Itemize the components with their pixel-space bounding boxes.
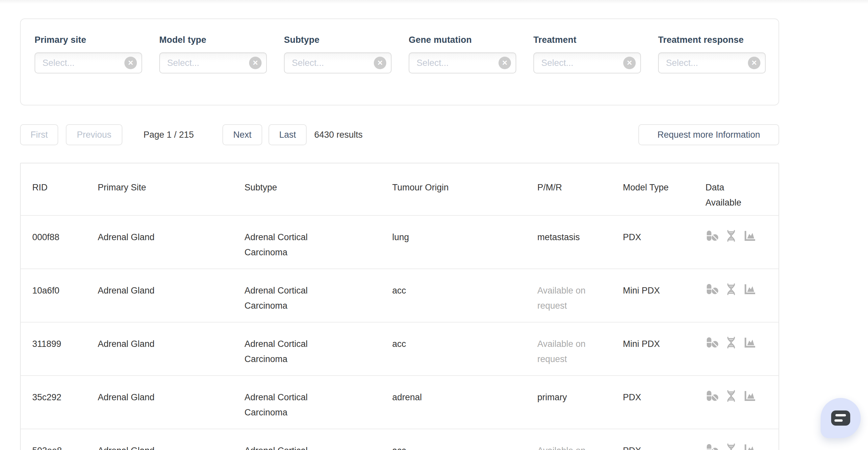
pmr-cell: Available on request <box>526 269 611 322</box>
dna-icon[interactable] <box>725 283 737 300</box>
subtype-cell: Adrenal Cortical Carcinoma <box>233 269 381 322</box>
primary-site-cell: Adrenal Gland <box>86 269 233 322</box>
page-status: Page 1 / 215 <box>144 124 194 145</box>
subtype-cell: Adrenal Cortical Carcinoma <box>233 429 381 450</box>
model-type-cell: Mini PDX <box>611 269 694 322</box>
table-row[interactable]: 503ee8 Adrenal Gland Adrenal Cortical Ca… <box>21 429 778 450</box>
table-row[interactable]: 10a6f0 Adrenal Gland Adrenal Cortical Ca… <box>21 269 778 322</box>
pills-icon[interactable] <box>706 443 719 450</box>
pmr-cell: primary <box>526 376 611 429</box>
chart-area-icon[interactable] <box>743 336 756 354</box>
table-row[interactable]: 311899 Adrenal Gland Adrenal Cortical Ca… <box>21 322 778 376</box>
clear-treatment-button[interactable]: ✕ <box>623 57 636 69</box>
treatment-response-select[interactable]: Select... ✕ <box>658 52 766 74</box>
clear-subtype-button[interactable]: ✕ <box>374 57 386 69</box>
chart-area-icon[interactable] <box>743 443 756 450</box>
column-header-data-available: Data Available <box>694 163 778 216</box>
treatment-select[interactable]: Select... ✕ <box>533 52 641 74</box>
select-placeholder: Select... <box>167 58 199 68</box>
filter-label-primary-site: Primary site <box>35 35 142 45</box>
table-row[interactable]: 000f88 Adrenal Gland Adrenal Cortical Ca… <box>21 216 778 269</box>
rid-cell: 10a6f0 <box>21 269 86 322</box>
model-type-cell: PDX <box>611 376 694 429</box>
select-placeholder: Select... <box>541 58 574 68</box>
rid-cell: 35c292 <box>21 376 86 429</box>
chart-area-icon[interactable] <box>743 230 756 247</box>
primary-site-cell: Adrenal Gland <box>86 216 233 269</box>
filter-treatment: Treatment Select... ✕ <box>533 19 641 74</box>
tumour-origin-cell: adrenal <box>381 376 526 429</box>
filter-treatment-response: Treatment response Select... ✕ <box>658 19 766 74</box>
chart-area-icon[interactable] <box>743 390 756 407</box>
column-header-model-type: Model Type <box>611 163 694 216</box>
rid-cell: 503ee8 <box>21 429 86 450</box>
pmr-cell: Available on request <box>526 322 611 376</box>
filter-label-model-type: Model type <box>159 35 267 45</box>
subtype-cell: Adrenal Cortical Carcinoma <box>233 376 381 429</box>
primary-site-cell: Adrenal Gland <box>86 429 233 450</box>
table-row[interactable]: 35c292 Adrenal Gland Adrenal Cortical Ca… <box>21 376 778 429</box>
dna-icon[interactable] <box>725 336 737 354</box>
model-type-cell: Mini PDX <box>611 322 694 376</box>
chat-launcher-button[interactable] <box>820 398 861 438</box>
filter-label-treatment: Treatment <box>533 35 641 45</box>
column-header-subtype: Subtype <box>233 163 381 216</box>
tumour-origin-cell: lung <box>381 216 526 269</box>
filter-panel: Primary site Select... ✕ Model type Sele… <box>20 19 779 106</box>
last-page-button[interactable]: Last <box>269 124 307 145</box>
column-header-pmr: P/M/R <box>526 163 611 216</box>
tumour-origin-cell: acc <box>381 322 526 376</box>
model-type-cell: PDX <box>611 216 694 269</box>
column-header-rid: RID <box>21 163 86 216</box>
dna-icon[interactable] <box>725 443 737 450</box>
subtype-cell: Adrenal Cortical Carcinoma <box>233 216 381 269</box>
pills-icon[interactable] <box>706 336 719 354</box>
filter-gene-mutation: Gene mutation Select... ✕ <box>409 19 516 74</box>
model-type-cell: PDX <box>611 429 694 450</box>
data-available-cell <box>694 429 778 450</box>
request-more-information-button[interactable]: Request more Information <box>638 124 779 145</box>
select-placeholder: Select... <box>42 58 75 68</box>
rid-cell: 000f88 <box>21 216 86 269</box>
dna-icon[interactable] <box>725 390 737 407</box>
select-placeholder: Select... <box>292 58 324 68</box>
rid-cell: 311899 <box>21 322 86 376</box>
select-placeholder: Select... <box>416 58 449 68</box>
data-available-cell <box>694 269 778 322</box>
tumour-origin-cell: acc <box>381 429 526 450</box>
first-page-button[interactable]: First <box>20 124 58 145</box>
primary-site-select[interactable]: Select... ✕ <box>35 52 142 74</box>
column-header-primary-site: Primary Site <box>86 163 233 216</box>
dna-icon[interactable] <box>725 230 737 247</box>
clear-model-type-button[interactable]: ✕ <box>249 57 261 69</box>
gene-mutation-select[interactable]: Select... ✕ <box>409 52 516 74</box>
pills-icon[interactable] <box>706 283 719 300</box>
chart-area-icon[interactable] <box>743 283 756 300</box>
table-header-row: RID Primary Site Subtype Tumour Origin P… <box>21 163 778 216</box>
clear-gene-mutation-button[interactable]: ✕ <box>498 57 511 69</box>
pagination-toolbar: First Previous Page 1 / 215 Next Last 64… <box>20 124 779 145</box>
filter-model-type: Model type Select... ✕ <box>159 19 267 74</box>
primary-site-cell: Adrenal Gland <box>86 376 233 429</box>
results-count: 6430 results <box>314 124 363 145</box>
model-type-select[interactable]: Select... ✕ <box>159 52 267 74</box>
previous-page-button[interactable]: Previous <box>66 124 122 145</box>
subtype-cell: Adrenal Cortical Carcinoma <box>233 322 381 376</box>
clear-primary-site-button[interactable]: ✕ <box>124 57 137 69</box>
subtype-select[interactable]: Select... ✕ <box>284 52 392 74</box>
filter-subtype: Subtype Select... ✕ <box>284 19 392 74</box>
filter-label-subtype: Subtype <box>284 35 392 45</box>
filter-primary-site: Primary site Select... ✕ <box>35 19 142 74</box>
clear-treatment-response-button[interactable]: ✕ <box>748 57 761 69</box>
pmr-cell: Available on request <box>526 429 611 450</box>
select-placeholder: Select... <box>666 58 698 68</box>
pmr-cell: metastasis <box>526 216 611 269</box>
results-table: RID Primary Site Subtype Tumour Origin P… <box>20 163 779 450</box>
pills-icon[interactable] <box>706 390 719 407</box>
chat-bubble-icon <box>831 411 850 426</box>
filter-label-treatment-response: Treatment response <box>658 35 766 45</box>
pills-icon[interactable] <box>706 230 719 247</box>
next-page-button[interactable]: Next <box>222 124 262 145</box>
data-available-cell <box>694 216 778 269</box>
primary-site-cell: Adrenal Gland <box>86 322 233 376</box>
